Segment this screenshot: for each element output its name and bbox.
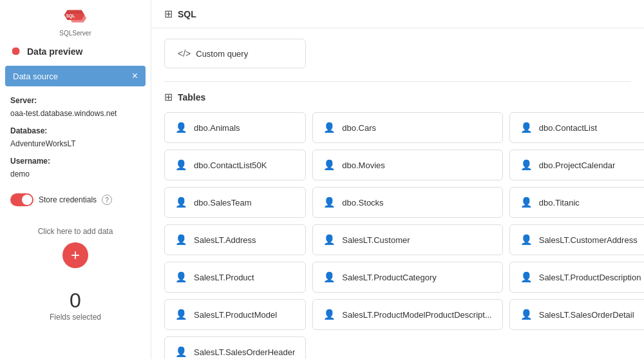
table-name: dbo.Titanic — [539, 198, 580, 208]
data-preview-section: ⏺ Data preview — [0, 37, 151, 66]
fields-count: 0 — [70, 289, 81, 313]
table-row-icon: 👤 — [520, 159, 533, 171]
table-row-icon: 👤 — [175, 197, 187, 208]
table-row-icon: 👤 — [520, 234, 533, 246]
table-row-icon: 👤 — [520, 197, 533, 208]
table-row-icon: 👤 — [175, 122, 187, 133]
logo-text: SQLServer — [59, 30, 91, 37]
add-data-text: Click here to add data — [38, 227, 113, 236]
content-area: </> Custom query ⊞ Tables 👤dbo.Animals👤d… — [151, 28, 644, 359]
table-name: SalesLT.ProductDescription — [539, 273, 641, 282]
table-card[interactable]: 👤dbo.SalesTeam — [164, 187, 306, 218]
datasource-bar-label: Data source — [13, 72, 58, 81]
table-name: SalesLT.SalesOrderDetail — [539, 310, 634, 320]
server-info: Server: oaa-test.database.windows.net Da… — [0, 86, 151, 188]
table-card[interactable]: 👤dbo.ContactList — [509, 112, 644, 143]
table-card[interactable]: 👤dbo.ProjectCalendar — [509, 150, 644, 180]
table-card[interactable]: 👤SalesLT.Customer — [312, 224, 502, 255]
database-value: AdventureWorksLT — [10, 139, 76, 148]
table-row-icon: 👤 — [175, 309, 187, 320]
tables-section-title: Tables — [178, 92, 205, 102]
table-name: SalesLT.CustomerAddress — [539, 235, 638, 245]
table-row-icon: 👤 — [323, 271, 336, 283]
fields-label: Fields selected — [50, 313, 101, 322]
tables-grid-icon: ⊞ — [164, 91, 173, 103]
table-card[interactable]: 👤SalesLT.Address — [164, 224, 306, 255]
sqlserver-logo-icon: SQL — [60, 8, 91, 28]
divider — [164, 81, 631, 82]
table-name: dbo.Stocks — [342, 198, 383, 208]
table-card[interactable]: 👤SalesLT.SalesOrderDetail — [509, 299, 644, 330]
sql-section-title: SQL — [178, 9, 196, 19]
logo-area: SQL SQLServer — [0, 0, 151, 37]
datasource-bar[interactable]: Data source × — [5, 66, 146, 86]
table-card[interactable]: 👤SalesLT.SalesOrderHeader — [164, 336, 306, 359]
server-value: oaa-test.database.windows.net — [10, 109, 117, 118]
username-value: demo — [10, 170, 30, 179]
grid-icon: ⊞ — [164, 8, 173, 20]
table-name: dbo.Animals — [194, 123, 240, 133]
table-row-icon: 👤 — [175, 346, 187, 358]
table-row-icon: 👤 — [323, 197, 336, 208]
table-row-icon: 👤 — [520, 309, 533, 320]
table-row-icon: 👤 — [520, 122, 533, 133]
table-name: SalesLT.ProductModelProductDescript... — [342, 310, 491, 320]
table-name: dbo.Cars — [342, 123, 376, 133]
custom-query-label: Custom query — [196, 49, 248, 59]
table-row-icon: 👤 — [323, 309, 336, 320]
database-label: Database: — [10, 126, 47, 135]
table-card[interactable]: 👤SalesLT.ProductDescription — [509, 262, 644, 293]
table-card[interactable]: 👤SalesLT.ProductModel — [164, 299, 306, 330]
custom-query-card[interactable]: </> Custom query — [164, 39, 306, 68]
table-name: SalesLT.SalesOrderHeader — [194, 347, 295, 357]
main-content: ⊞ SQL </> Custom query ⊞ Tables 👤dbo.Ani… — [151, 0, 644, 359]
datasource-close-button[interactable]: × — [132, 71, 138, 81]
data-preview-label: Data preview — [27, 46, 82, 57]
table-card[interactable]: 👤dbo.Animals — [164, 112, 306, 143]
table-card[interactable]: 👤dbo.ContactList50K — [164, 150, 306, 180]
tables-grid: 👤dbo.Animals👤dbo.Cars👤dbo.ContactList👤db… — [164, 112, 631, 359]
table-name: SalesLT.Product — [194, 273, 254, 282]
tables-section-header: ⊞ Tables — [164, 91, 631, 103]
store-credentials-row: Store credentials ? — [0, 188, 151, 211]
table-card[interactable]: 👤SalesLT.ProductModelProductDescript... — [312, 299, 502, 330]
table-name: dbo.ProjectCalendar — [539, 160, 616, 170]
store-credentials-label: Store credentials — [39, 195, 97, 204]
table-card[interactable]: 👤dbo.Movies — [312, 150, 502, 180]
server-label: Server: — [10, 96, 37, 105]
table-name: dbo.ContactList — [539, 123, 597, 133]
username-label: Username: — [10, 157, 50, 166]
table-name: dbo.SalesTeam — [194, 198, 252, 208]
svg-text:SQL: SQL — [66, 14, 75, 19]
table-name: dbo.ContactList50K — [194, 160, 267, 170]
data-preview-icon: ⏺ — [10, 44, 22, 58]
table-row-icon: 👤 — [175, 159, 187, 171]
table-name: SalesLT.ProductModel — [194, 310, 277, 320]
sidebar: SQL SQLServer ⏺ Data preview Data source… — [0, 0, 151, 359]
add-data-section: Click here to add data + — [0, 217, 151, 278]
custom-query-icon: </> — [178, 48, 191, 59]
table-card[interactable]: 👤dbo.Stocks — [312, 187, 502, 218]
table-card[interactable]: 👤SalesLT.Product — [164, 262, 306, 293]
table-card[interactable]: 👤SalesLT.CustomerAddress — [509, 224, 644, 255]
sql-section-header: ⊞ SQL — [151, 0, 644, 28]
table-name: SalesLT.Address — [194, 235, 256, 245]
table-row-icon: 👤 — [323, 122, 336, 133]
help-icon[interactable]: ? — [102, 195, 112, 205]
table-row-icon: 👤 — [323, 159, 336, 171]
add-data-button[interactable]: + — [62, 242, 88, 268]
table-row-icon: 👤 — [175, 271, 187, 283]
table-card[interactable]: 👤dbo.Cars — [312, 112, 502, 143]
table-name: SalesLT.Customer — [342, 235, 410, 245]
table-row-icon: 👤 — [323, 234, 336, 246]
table-name: SalesLT.ProductCategory — [342, 273, 436, 282]
table-row-icon: 👤 — [175, 234, 187, 246]
table-row-icon: 👤 — [520, 271, 533, 283]
store-credentials-toggle[interactable] — [10, 193, 33, 206]
table-card[interactable]: 👤SalesLT.ProductCategory — [312, 262, 502, 293]
table-name: dbo.Movies — [342, 160, 384, 170]
table-card[interactable]: 👤dbo.Titanic — [509, 187, 644, 218]
fields-selected-section: 0 Fields selected — [0, 278, 151, 332]
